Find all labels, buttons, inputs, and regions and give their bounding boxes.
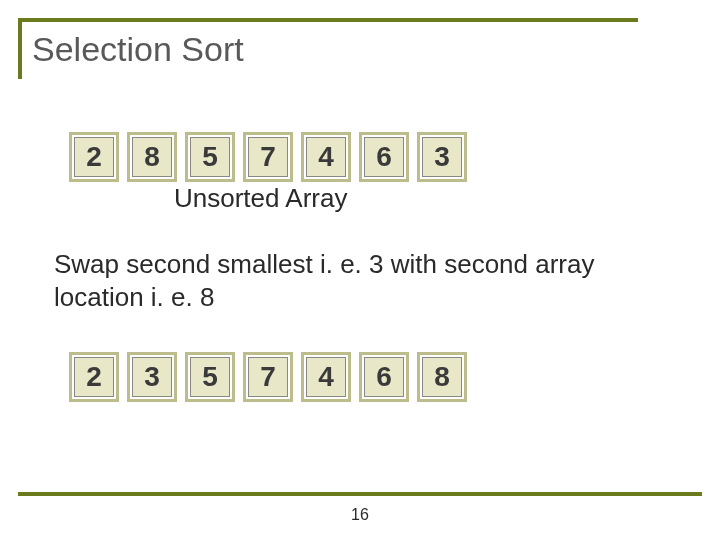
array-row-before: 2 8 5 7 4 6 3 xyxy=(74,137,720,177)
array-cell: 3 xyxy=(422,137,462,177)
footer-rule xyxy=(18,492,702,496)
array-cell: 5 xyxy=(190,137,230,177)
array-cell: 4 xyxy=(306,137,346,177)
page-number: 16 xyxy=(351,506,369,524)
array-cell: 4 xyxy=(306,357,346,397)
array-row-after: 2 3 5 7 4 6 8 xyxy=(74,357,720,397)
content-area: 2 8 5 7 4 6 3 Unsorted Array Swap second… xyxy=(0,79,720,397)
array-cell: 8 xyxy=(132,137,172,177)
title-border: Selection Sort xyxy=(18,18,638,79)
array-cell: 5 xyxy=(190,357,230,397)
array-cell: 7 xyxy=(248,357,288,397)
array-cell: 6 xyxy=(364,137,404,177)
array-cell: 3 xyxy=(132,357,172,397)
slide-title: Selection Sort xyxy=(32,30,638,69)
array-cell: 8 xyxy=(422,357,462,397)
array-label: Unsorted Array xyxy=(174,183,720,214)
array-cell: 7 xyxy=(248,137,288,177)
array-cell: 2 xyxy=(74,357,114,397)
array-cell: 6 xyxy=(364,357,404,397)
array-cell: 2 xyxy=(74,137,114,177)
step-description: Swap second smallest i. e. 3 with second… xyxy=(54,248,614,313)
slide: Selection Sort 2 8 5 7 4 6 3 Unsorted Ar… xyxy=(0,0,720,540)
